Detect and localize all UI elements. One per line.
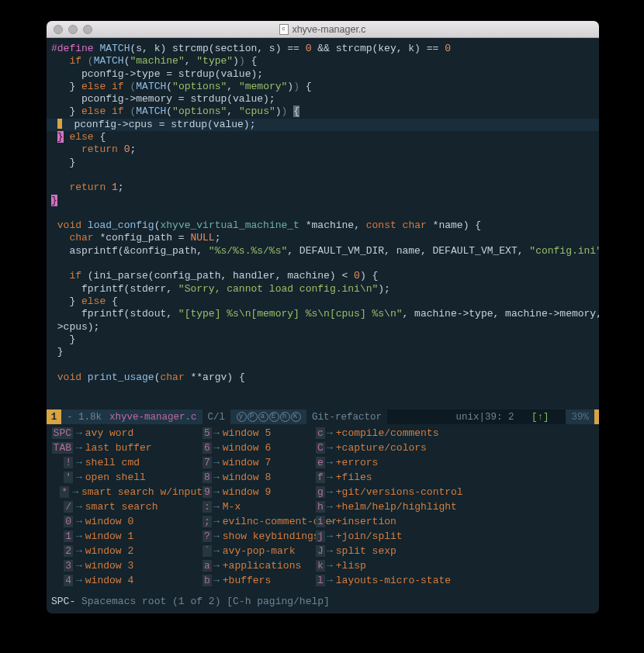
which-key-desc: open shell [85, 472, 146, 483]
buffer-name[interactable]: xhyve-manager.c [107, 409, 203, 424]
which-key-item[interactable]: ;→evilnc-comment-operator [203, 514, 316, 529]
which-key-desc: +git/versions-control [336, 486, 463, 498]
arrow-icon: → [210, 485, 223, 499]
which-key-item[interactable]: 1→window 1 [51, 529, 203, 544]
code-token: if [112, 81, 124, 92]
zoom-button[interactable] [83, 25, 92, 34]
arrow-icon: → [73, 529, 85, 544]
which-key-desc: window 6 [223, 442, 271, 454]
which-key-desc: avy-pop-mark [223, 545, 296, 557]
which-key-desc: +files [336, 472, 372, 483]
minor-modes[interactable]: yPaEhK [230, 409, 306, 424]
which-key-desc: window 3 [85, 560, 133, 572]
code-token: fprintf(stderr, [81, 283, 178, 295]
which-key-item[interactable]: !→shell cmd [51, 455, 203, 470]
which-key-key: SPC [52, 427, 73, 439]
code-token: char [160, 371, 184, 383]
which-key-item[interactable]: k→+lisp [316, 558, 463, 573]
which-key-item[interactable]: `→avy-pop-mark [203, 544, 316, 558]
which-key-item[interactable]: 7→window 7 [203, 455, 316, 470]
code-token: argv [203, 371, 227, 383]
minibuffer[interactable]: SPC- Spacemacs root (1 of 2) [C-h paging… [47, 591, 599, 613]
code-token: 0 [445, 43, 451, 54]
buffer-size: - 1.8k [61, 409, 107, 424]
window-number[interactable]: 1 [47, 409, 61, 424]
code-token: xhyve_virtual_machine_t [160, 219, 299, 231]
which-key-item[interactable]: e→+errors [316, 455, 463, 470]
which-key-desc: window 5 [223, 427, 271, 439]
which-key-item[interactable]: 0→window 0 [51, 514, 203, 529]
which-key-item[interactable]: :→M-x [203, 499, 316, 514]
which-key-item[interactable]: 8→window 8 [203, 470, 316, 485]
which-key-desc: +buffers [223, 575, 271, 586]
code-token: 0 [354, 270, 360, 282]
which-key-item[interactable]: C→+capture/colors [316, 441, 463, 455]
which-key-desc: window 2 [85, 545, 133, 557]
which-key-item[interactable]: 5→window 5 [203, 426, 316, 441]
which-key-item[interactable]: 9→window 9 [203, 485, 316, 499]
which-key-item[interactable]: *→smart search w/input [51, 485, 203, 499]
which-key-item[interactable]: h→+helm/help/highlight [316, 499, 463, 514]
arrow-icon: → [210, 426, 223, 441]
arrow-icon: → [210, 514, 223, 529]
major-mode[interactable]: C/l [203, 409, 231, 424]
arrow-icon: → [73, 558, 85, 573]
which-key-item[interactable]: 6→window 6 [203, 441, 316, 455]
minimize-button[interactable] [68, 25, 78, 34]
which-key-desc: +compile/comments [336, 427, 439, 439]
code-token: "Sorry, cannot load config.ini\n" [178, 283, 378, 295]
code-token: "options" [172, 81, 227, 92]
code-buffer[interactable]: #define MATCH(s, k) strcmp(section, s) =… [47, 38, 599, 409]
which-key-item[interactable]: '→open shell [51, 470, 203, 485]
which-key-key: 3 [64, 560, 73, 572]
which-key-key: 2 [64, 545, 73, 557]
which-key-item[interactable]: f→+files [316, 470, 463, 485]
which-key-item[interactable]: /→smart search [51, 499, 203, 514]
code-token: "options" [172, 105, 227, 117]
arrow-icon: → [324, 514, 336, 529]
code-token: "machine" [130, 55, 184, 67]
which-key-item[interactable]: j→+join/split [316, 529, 463, 544]
which-key-item[interactable]: 2→window 2 [51, 544, 203, 558]
which-key-desc: M-x [223, 501, 241, 513]
code-token: pconfig->cpus = strdup(value); [74, 119, 255, 130]
which-key-item[interactable]: 4→window 4 [51, 573, 203, 588]
which-key-item[interactable]: SPC→avy word [51, 426, 203, 441]
close-button[interactable] [54, 25, 63, 34]
code-token: load_config [88, 219, 154, 231]
code-token: (ini_parse(config_path, handler, machine… [81, 270, 354, 282]
which-key-item[interactable]: ?→show keybindings [203, 529, 316, 544]
code-token: "type" [196, 55, 233, 67]
which-key-item[interactable]: b→+buffers [203, 573, 316, 588]
which-key-desc: show keybindings [223, 530, 320, 542]
arrow-icon: → [210, 499, 223, 514]
which-key-desc: layouts-micro-state [336, 575, 451, 586]
code-token: if [69, 270, 81, 282]
code-token: fprintf(stdout, [81, 308, 178, 320]
which-key-item[interactable]: a→+applications [203, 558, 316, 573]
which-key-item[interactable]: l→layouts-micro-state [316, 573, 463, 588]
code-token: return [81, 143, 118, 155]
minibuffer-prompt: SPC- [51, 596, 75, 607]
code-token: 0 [306, 43, 312, 54]
which-key-item[interactable]: TAB→last buffer [51, 441, 203, 455]
which-key-key: * [60, 486, 69, 498]
which-key-item[interactable]: g→+git/versions-control [316, 485, 463, 499]
which-key-item[interactable]: c→+compile/comments [316, 426, 463, 441]
which-key-key: 4 [64, 575, 73, 586]
vc-branch[interactable]: Git-refactor [306, 409, 387, 424]
code-token: , DEFAULT_VM_DIR, name, DEFAULT_VM_EXT, [287, 245, 529, 257]
arrow-icon: → [73, 441, 85, 455]
arrow-icon: → [210, 573, 223, 588]
code-token: else [81, 295, 106, 307]
scroll-percent: 39% [566, 409, 594, 424]
window-titlebar: xhyve-manager.c [47, 21, 599, 38]
code-token: MATCH [94, 55, 124, 67]
which-key-item[interactable]: 3→window 3 [51, 558, 203, 573]
modeline-end [594, 409, 599, 424]
which-key-item[interactable]: J→split sexp [316, 544, 463, 558]
code-token: name [438, 219, 462, 231]
arrow-icon: → [210, 455, 223, 470]
arrow-icon: → [210, 558, 223, 573]
which-key-item[interactable]: i→+insertion [316, 514, 463, 529]
